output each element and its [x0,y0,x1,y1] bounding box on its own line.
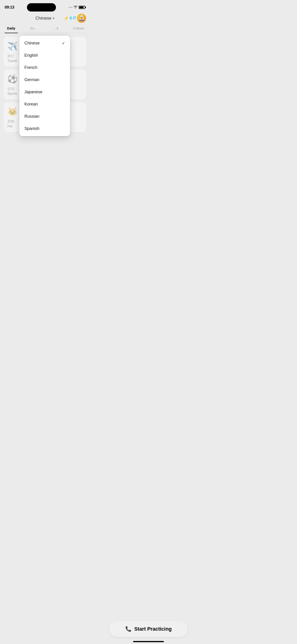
dropdown-item-chinese[interactable]: Chinese ✓ [19,37,70,49]
travel-chinese: 旅行 [7,54,14,58]
dropdown-item-spanish[interactable]: Spanish [19,122,70,135]
dropdown-label-french: French [24,65,37,70]
battery-icon [79,6,85,9]
dropdown-item-russian[interactable]: Russian [19,110,70,122]
tab-bar: Daily Sc... ...k Culture [0,24,90,33]
dropdown-label-english: English [24,53,38,58]
tab-work[interactable]: ...k [45,24,68,33]
status-bar: 09:13 [0,0,90,13]
pet-english: Pet [7,124,13,128]
chevron-down-icon: ▾ [53,16,54,20]
pet-icon: 🐱 [7,107,18,116]
status-time: 09:13 [4,5,14,10]
selected-language: Chinese [36,16,52,21]
travel-english: Travel [7,59,17,63]
travel-icon: ✈️ [7,42,18,51]
dropdown-item-english[interactable]: English [19,49,70,62]
dropdown-label-spanish: Spanish [24,126,39,131]
dropdown-item-korean[interactable]: Korean [19,98,70,110]
status-icons [68,6,85,9]
streak-count: 6 /7 [70,16,76,20]
sports-chinese: 运动 [7,86,14,91]
sports-icon: ⚽ [7,74,18,84]
sports-english: Sports [7,92,17,95]
dynamic-island [27,3,56,12]
tab-culture[interactable]: Culture [68,24,90,33]
dropdown-item-french[interactable]: French [19,62,70,74]
dropdown-label-korean: Korean [24,102,38,107]
dropdown-label-japanese: Japanese [24,90,42,94]
header: Chinese ▾ ⚡ 6 /7 🧝‍♀️ [0,13,90,24]
dropdown-label-chinese: Chinese [24,41,40,46]
avatar[interactable]: 🧝‍♀️ [77,14,86,23]
dropdown-item-japanese[interactable]: Japanese [19,86,70,98]
tab-daily[interactable]: Daily [0,24,22,33]
language-selector[interactable]: Chinese ▾ [36,16,54,21]
dropdown-item-german[interactable]: German [19,74,70,86]
tab-school[interactable]: Sc... [22,24,45,33]
pet-chinese: 宠物 [7,119,14,124]
wifi-icon [74,6,77,9]
lightning-icon: ⚡ [64,16,69,21]
streak-container: ⚡ 6 /7 [64,16,76,21]
check-icon: ✓ [62,41,65,45]
language-dropdown: Chinese ✓ English French German Japanese… [19,36,70,136]
signal-icon [68,7,72,8]
dropdown-label-german: German [24,78,39,82]
dropdown-label-russian: Russian [24,114,39,119]
